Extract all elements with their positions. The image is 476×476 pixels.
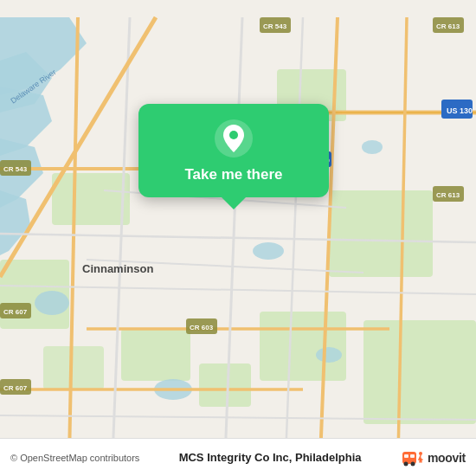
- svg-rect-40: [404, 454, 408, 458]
- svg-rect-7: [363, 320, 476, 424]
- svg-text:CR 607: CR 607: [3, 384, 28, 392]
- popup-label: Take me there: [184, 166, 282, 183]
- svg-point-38: [403, 461, 408, 466]
- svg-point-12: [362, 140, 383, 154]
- svg-point-14: [316, 347, 342, 363]
- bottom-bar: © OpenStreetMap contributors MCS Integri…: [0, 438, 476, 476]
- svg-point-11: [253, 242, 284, 260]
- bottom-bar-left: © OpenStreetMap contributors: [10, 453, 139, 463]
- svg-text:CR 603: CR 603: [190, 324, 214, 331]
- svg-text:CR 543: CR 543: [263, 23, 287, 30]
- svg-rect-5: [329, 190, 433, 277]
- svg-rect-10: [43, 346, 104, 389]
- map-container: Delaware River: [0, 0, 476, 476]
- svg-point-42: [419, 452, 422, 455]
- svg-rect-37: [402, 452, 416, 464]
- location-pin-icon: [215, 119, 253, 158]
- svg-point-36: [229, 131, 238, 139]
- popup-card[interactable]: Take me there: [138, 104, 329, 197]
- svg-text:US 130: US 130: [447, 106, 473, 115]
- svg-point-39: [410, 461, 415, 466]
- moovit-brand-text: moovit: [428, 451, 466, 465]
- moovit-brand-icon: [401, 448, 425, 467]
- svg-rect-6: [260, 312, 346, 381]
- svg-text:Cinnaminson: Cinnaminson: [82, 262, 153, 275]
- svg-rect-41: [410, 454, 415, 458]
- moovit-logo: moovit: [401, 448, 466, 467]
- osm-copyright: © OpenStreetMap contributors: [10, 453, 139, 463]
- svg-point-13: [35, 291, 69, 315]
- svg-rect-8: [121, 329, 190, 381]
- svg-text:CR 607: CR 607: [3, 308, 28, 316]
- svg-text:CR 543: CR 543: [3, 165, 28, 173]
- map-svg: Delaware River: [0, 0, 476, 476]
- svg-text:CR 613: CR 613: [436, 191, 460, 199]
- svg-text:CR 613: CR 613: [436, 23, 460, 30]
- svg-rect-9: [199, 363, 251, 407]
- bottom-bar-title: MCS Integrity Co Inc, Philadelphia: [179, 451, 362, 464]
- svg-rect-2: [52, 173, 130, 225]
